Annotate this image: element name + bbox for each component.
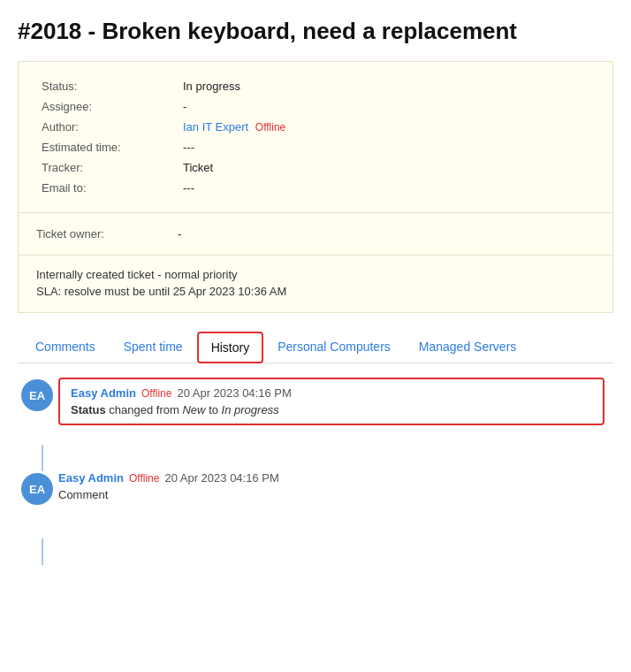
history-meta-1: Easy Admin Offline 20 Apr 2023 04:16 PM bbox=[71, 386, 592, 400]
assignee-row: Assignee: - bbox=[36, 96, 595, 117]
body-from: New bbox=[182, 403, 205, 416]
notes-section: Internally created ticket - normal prior… bbox=[18, 256, 613, 313]
author-link[interactable]: Ian IT Expert bbox=[183, 120, 248, 134]
tab-managed-servers[interactable]: Managed Servers bbox=[405, 331, 531, 363]
history-offline-2: Offline bbox=[129, 472, 159, 485]
tab-personal-computers[interactable]: Personal Computers bbox=[263, 331, 405, 363]
entry-body-1: Easy Admin Offline 20 Apr 2023 04:16 PM … bbox=[58, 378, 604, 471]
ticket-owner-label: Ticket owner: bbox=[36, 224, 178, 244]
body-changed-text: changed from bbox=[109, 403, 179, 416]
tabs-section: Comments Spent time History Personal Com… bbox=[18, 331, 613, 363]
timeline-col-2: EA bbox=[27, 471, 58, 565]
info-table: Status: In progress Assignee: - Author: … bbox=[36, 76, 595, 198]
history-timestamp-2: 20 Apr 2023 04:16 PM bbox=[164, 471, 278, 485]
comment-text-2: Comment bbox=[58, 488, 604, 501]
author-row: Author: Ian IT Expert Offline bbox=[36, 117, 595, 137]
history-user-1: Easy Admin bbox=[71, 386, 136, 400]
history-timestamp-1: 20 Apr 2023 04:16 PM bbox=[177, 386, 291, 400]
status-label: Status: bbox=[36, 76, 178, 96]
history-offline-1: Offline bbox=[141, 387, 171, 400]
assignee-label: Assignee: bbox=[36, 96, 178, 117]
sla-text: SLA: resolve must be until 25 Apr 2023 1… bbox=[36, 285, 595, 298]
author-offline-badge: Offline bbox=[255, 121, 285, 134]
estimated-label: Estimated time: bbox=[36, 137, 178, 157]
author-label: Author: bbox=[36, 117, 178, 137]
body-status-word: Status bbox=[71, 403, 106, 416]
body-to-connector: to bbox=[209, 403, 221, 416]
avatar-1: EA bbox=[21, 379, 53, 411]
timeline-col-1: EA bbox=[27, 378, 58, 471]
ticket-owner-section: Ticket owner: - bbox=[18, 213, 613, 256]
tab-history[interactable]: History bbox=[197, 332, 264, 363]
status-row: Status: In progress bbox=[36, 76, 595, 96]
body-to-value: In progress bbox=[222, 403, 279, 416]
entry-body-2: Easy Admin Offline 20 Apr 2023 04:16 PM … bbox=[58, 471, 604, 565]
history-section: EA Easy Admin Offline 20 Apr 2023 04:16 … bbox=[18, 363, 613, 579]
history-user-2: Easy Admin bbox=[58, 471, 124, 485]
assignee-value: - bbox=[178, 96, 595, 117]
tab-comments[interactable]: Comments bbox=[21, 331, 110, 363]
status-value: In progress bbox=[178, 76, 595, 96]
timeline-line-2 bbox=[42, 538, 43, 565]
ticket-title: #2018 - Broken keyboard, need a replacem… bbox=[18, 18, 613, 45]
history-content-2: Easy Admin Offline 20 Apr 2023 04:16 PM … bbox=[58, 471, 604, 501]
tracker-label: Tracker: bbox=[36, 157, 178, 178]
timeline-line-1 bbox=[42, 445, 43, 471]
email-value: --- bbox=[178, 178, 595, 198]
history-entry-2: EA Easy Admin Offline 20 Apr 2023 04:16 … bbox=[27, 471, 604, 565]
ticket-owner-value: - bbox=[178, 227, 181, 241]
email-row: Email to: --- bbox=[36, 178, 595, 198]
history-highlighted-box: Easy Admin Offline 20 Apr 2023 04:16 PM … bbox=[58, 378, 604, 425]
info-section: Status: In progress Assignee: - Author: … bbox=[18, 61, 613, 213]
history-meta-2: Easy Admin Offline 20 Apr 2023 04:16 PM bbox=[58, 471, 604, 485]
avatar-2: EA bbox=[21, 473, 53, 505]
history-body-1: Status changed from New to In progress bbox=[71, 403, 592, 416]
estimated-row: Estimated time: --- bbox=[36, 137, 595, 157]
notes-line1: Internally created ticket - normal prior… bbox=[36, 268, 595, 281]
ticket-owner-row: Ticket owner: - bbox=[36, 224, 595, 244]
tracker-row: Tracker: Ticket bbox=[36, 157, 595, 178]
history-entry-1: EA Easy Admin Offline 20 Apr 2023 04:16 … bbox=[27, 378, 604, 471]
estimated-value: --- bbox=[178, 137, 595, 157]
author-cell: Ian IT Expert Offline bbox=[178, 117, 595, 137]
tracker-value: Ticket bbox=[178, 157, 595, 178]
email-label: Email to: bbox=[36, 178, 178, 198]
tab-spent-time[interactable]: Spent time bbox=[110, 331, 197, 363]
